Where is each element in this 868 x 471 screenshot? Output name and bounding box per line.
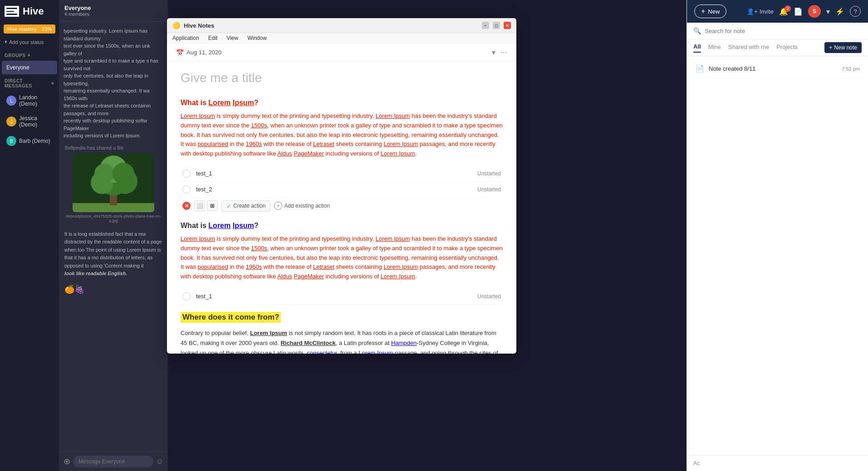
avatar-jessica: J bbox=[6, 117, 16, 126]
close-button[interactable]: ✕ bbox=[504, 22, 511, 29]
notes-content-area: 📅 Aug 11, 2020 ▾ ⋯ Give me a title What … bbox=[167, 44, 516, 354]
tab-all[interactable]: All bbox=[693, 43, 701, 53]
1960s-link2[interactable]: 1960s bbox=[246, 263, 262, 270]
note-document-icon: 📄 bbox=[695, 64, 704, 73]
lorem-ipsum-link[interactable]: Lorem Ipsum bbox=[181, 112, 215, 119]
task-item-1[interactable]: test_1 Unstarted bbox=[181, 166, 503, 182]
maximize-button[interactable]: □ bbox=[493, 22, 500, 29]
menu-window[interactable]: Window bbox=[247, 35, 267, 41]
more-options-icon[interactable]: ⋯ bbox=[500, 48, 507, 57]
new-button[interactable]: + New bbox=[694, 5, 726, 18]
tree-image bbox=[73, 153, 154, 212]
tab-mine[interactable]: Mine bbox=[708, 44, 721, 52]
lorem-ipsum-link6[interactable]: Lorem Ipsum bbox=[376, 235, 410, 242]
table-icon-button[interactable]: ⊞ bbox=[207, 200, 218, 211]
add-group-button[interactable]: + bbox=[27, 52, 31, 58]
mcclinton-link[interactable]: Richard McClintock bbox=[280, 340, 335, 346]
logo-text: Hive bbox=[23, 5, 44, 17]
lorem-ipsum-link9[interactable]: Lorem Ipsum bbox=[250, 330, 287, 336]
1500s-link2[interactable]: 1500s bbox=[251, 245, 267, 252]
task-status-2: Unstarted bbox=[477, 186, 501, 193]
right-panel: + New 👤+ Invite 🔔 2 📄 S ▾ ⚡ ? 🔍 All Mine… bbox=[687, 0, 868, 471]
chevron-down-icon[interactable]: ▾ bbox=[492, 48, 495, 57]
add-status[interactable]: ▾ Add your status bbox=[0, 35, 59, 49]
menu-edit[interactable]: Edit bbox=[208, 35, 218, 41]
sidebar-item-jessica[interactable]: J Jessica (Demo) bbox=[2, 112, 57, 131]
sidebar-item-landon[interactable]: L Landon (Demo) bbox=[2, 91, 57, 111]
tab-shared[interactable]: Shared with me bbox=[728, 44, 769, 52]
lorem-ipsum-link7[interactable]: Lorem Ipsum bbox=[383, 263, 418, 270]
notes-menu-bar: Application Edit View Window bbox=[167, 33, 516, 44]
letraset-link[interactable]: Letraset bbox=[313, 141, 334, 147]
task-checkbox-3[interactable] bbox=[182, 292, 191, 301]
file-name: depositphotos_48475325-stock-photo-plane… bbox=[64, 214, 162, 223]
add-icon[interactable]: ⊕ bbox=[64, 456, 70, 466]
chevron-down-icon[interactable]: ▾ bbox=[826, 7, 830, 16]
remove-button[interactable]: ✕ bbox=[182, 202, 191, 210]
document-icon[interactable]: 📄 bbox=[794, 7, 803, 16]
aldus-link[interactable]: Aldus bbox=[277, 150, 292, 157]
lorem-link-1[interactable]: Lorem bbox=[208, 99, 230, 107]
lorem-link-3[interactable]: Lorem bbox=[208, 222, 230, 229]
pagemaker-link[interactable]: PageMaker bbox=[294, 150, 324, 157]
hampden-link[interactable]: Hampden bbox=[391, 340, 417, 346]
image-icon-button[interactable]: ⬜ bbox=[194, 200, 205, 211]
sidebar-item-barb[interactable]: B Barb (Demo) bbox=[2, 132, 57, 150]
popularised-link2[interactable]: popularised bbox=[198, 263, 228, 270]
groups-label: GROUPS bbox=[5, 53, 25, 58]
note-item-1[interactable]: 📄 Note created 8/11 7:52 pm bbox=[693, 60, 862, 78]
hive-mastery-bar[interactable]: Hive mastery 23% bbox=[4, 24, 55, 34]
message-input[interactable] bbox=[73, 456, 153, 467]
lorem-ipsum-link3[interactable]: Lorem Ipsum bbox=[383, 141, 418, 147]
chat-members-count: 4 members bbox=[64, 11, 91, 17]
tab-projects[interactable]: Projects bbox=[776, 44, 798, 52]
doc-date: 📅 Aug 11, 2020 bbox=[176, 49, 221, 56]
invite-button[interactable]: 👤+ Invite bbox=[747, 8, 774, 15]
chat-panel: Everyone 4 members typesetting industry.… bbox=[59, 0, 168, 471]
highlighted-section: Where does it come from? bbox=[181, 312, 503, 328]
lorem-ipsum-link2[interactable]: Lorem Ipsum bbox=[376, 112, 410, 119]
notes-window-title: Hive Notes bbox=[184, 22, 214, 29]
sidebar-item-everyone[interactable]: Everyone bbox=[2, 61, 57, 74]
minimize-button[interactable]: − bbox=[482, 22, 489, 29]
create-action-button[interactable]: ✓ Create action bbox=[221, 200, 270, 212]
invite-icon: 👤+ bbox=[747, 8, 758, 15]
lorem-ipsum-link4[interactable]: Lorem Ipsum bbox=[381, 150, 415, 157]
new-note-button[interactable]: + New note bbox=[824, 42, 862, 53]
ipsum-link-3[interactable]: Ipsum bbox=[233, 222, 254, 229]
popularised-link[interactable]: popularised bbox=[198, 141, 228, 147]
search-input[interactable] bbox=[705, 28, 862, 34]
section1-text: Lorem Ipsum is simply dummy text of the … bbox=[181, 112, 503, 159]
notifications-icon[interactable]: 🔔 2 bbox=[779, 7, 788, 16]
lorem-ipsum-link5[interactable]: Lorem Ipsum bbox=[181, 235, 215, 242]
1500s-link[interactable]: 1500s bbox=[251, 122, 267, 129]
note-info: Note created 8/11 bbox=[709, 65, 837, 72]
menu-view[interactable]: View bbox=[226, 35, 238, 41]
help-icon[interactable]: ? bbox=[850, 6, 861, 17]
aldus-link2[interactable]: Aldus bbox=[277, 273, 292, 280]
emoji-button[interactable]: ☺ bbox=[156, 457, 163, 466]
chat-channel-title: Everyone bbox=[64, 5, 91, 11]
user-avatar[interactable]: S bbox=[808, 5, 821, 18]
section1-heading: What is Lorem Ipsum? bbox=[181, 99, 503, 107]
add-existing-button[interactable]: + Add existing action bbox=[274, 202, 330, 210]
1960s-link[interactable]: 1960s bbox=[246, 141, 262, 147]
task-label-3: test_1 bbox=[196, 293, 477, 300]
task-item-3[interactable]: test_1 Unstarted bbox=[181, 289, 503, 305]
task-checkbox-1[interactable] bbox=[182, 170, 191, 178]
task-checkbox-2[interactable] bbox=[182, 185, 191, 194]
pagemaker-link2[interactable]: PageMaker bbox=[294, 273, 324, 280]
menu-application[interactable]: Application bbox=[172, 35, 199, 41]
letraset-link2[interactable]: Letraset bbox=[313, 263, 334, 270]
add-dm-button[interactable]: + bbox=[51, 80, 54, 87]
lightning-icon[interactable]: ⚡ bbox=[835, 7, 844, 16]
lorem-ipsum-link8[interactable]: Lorem Ipsum bbox=[381, 273, 415, 280]
expand-section[interactable]: Ac bbox=[687, 455, 868, 471]
lorem-ipsum-link10[interactable]: Lorem Ipsum bbox=[358, 350, 393, 354]
doc-title[interactable]: Give me a title bbox=[181, 71, 503, 85]
ipsum-link-1[interactable]: Ipsum bbox=[233, 99, 254, 107]
consectetur-link[interactable]: consectetur bbox=[307, 350, 337, 354]
notes-title-bar: 🟡 Hive Notes − □ ✕ bbox=[167, 18, 516, 33]
task-item-2[interactable]: test_2 Unstarted bbox=[181, 182, 503, 198]
msg-text-1: typesetting industry. Lorem Ipsum has st… bbox=[64, 27, 163, 42]
